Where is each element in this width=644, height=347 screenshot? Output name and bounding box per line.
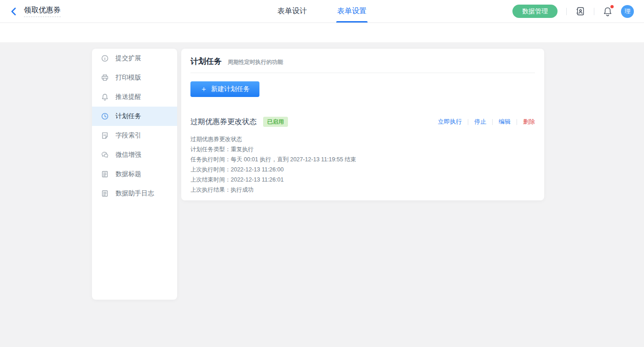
bell-icon [101,93,109,101]
task-status-badge: 已启用 [263,117,288,127]
top-header: 领取优惠券 表单设计 表单设置 数据管理 理 [0,0,644,23]
notification-bell-icon[interactable] [603,6,612,17]
printer-icon [101,74,109,81]
sidebar-item-label: 数据标题 [115,170,141,178]
form-title[interactable]: 领取优惠券 [24,6,61,17]
content-area: 提交扩展 打印模版 推送提醒 [0,42,644,347]
plus-icon: ＋ [200,85,207,93]
sidebar-item-wechat-enhance[interactable]: 微信增强 [92,145,177,165]
sidebar-item-data-assistant-log[interactable]: 数据助手日志 [92,184,177,203]
panel-title: 计划任务 [190,56,222,67]
action-divider [492,119,493,125]
action-divider [468,119,468,125]
new-task-button-label: 新建计划任务 [211,85,250,93]
sidebar-item-label: 微信增强 [115,151,141,159]
subheader-strip [0,23,644,42]
sidebar-item-print-template[interactable]: 打印模版 [92,68,177,87]
list-icon [101,171,109,178]
scheduled-tasks-panel: 计划任务 周期性定时执行的功能 ＋ 新建计划任务 过期优惠券更改状态 已启用 立… [181,49,544,200]
task-type: 计划任务类型：重复执行 [190,144,535,154]
wechat-icon [101,151,109,159]
back-button[interactable] [10,7,17,16]
task-details: 过期优惠券更改状态 计划任务类型：重复执行 任务执行时间：每天 00:01 执行… [190,134,535,195]
log-icon [101,190,109,197]
last-end-time: 上次结束时间：2022-12-13 11:26:01 [190,175,535,185]
panel-subtitle: 周期性定时执行的功能 [228,58,283,66]
sidebar-item-label: 打印模版 [115,74,141,82]
sidebar-item-label: 推送提醒 [115,93,141,101]
task-schedule: 任务执行时间：每天 00:01 执行，直到 2027-12-13 11:19:5… [190,154,535,165]
action-divider [517,119,517,125]
panel-divider [190,73,535,73]
sidebar-item-label: 计划任务 [115,112,141,120]
sidebar-item-submit-extension[interactable]: 提交扩展 [92,49,177,68]
last-run-time: 上次执行时间：2022-12-13 11:26:00 [190,165,535,175]
last-run-result: 上次执行结果：执行成功 [190,185,535,195]
sidebar-item-scheduled-tasks[interactable]: 计划任务 [92,107,177,126]
sidebar-item-label: 字段索引 [115,131,141,140]
clock-icon [101,113,109,120]
data-manage-button[interactable]: 数据管理 [512,5,558,18]
delete-link[interactable]: 删除 [523,118,535,126]
back-chevron-icon [10,7,17,16]
stop-link[interactable]: 停止 [474,118,486,126]
task-actions: 立即执行 停止 编辑 删除 [438,118,535,126]
notification-badge-dot [610,5,614,8]
sidebar-item-field-index[interactable]: 字段索引 [92,126,177,145]
info-icon [101,55,109,62]
sidebar-item-push-reminder[interactable]: 推送提醒 [92,87,177,107]
sidebar-item-label: 数据助手日志 [115,189,154,198]
sidebar-item-label: 提交扩展 [115,54,141,63]
center-tabs: 表单设计 表单设置 [276,0,368,23]
new-scheduled-task-button[interactable]: ＋ 新建计划任务 [190,81,259,97]
contacts-book-icon[interactable] [575,6,585,16]
task-item: 过期优惠券更改状态 已启用 立即执行 停止 编辑 删除 过期优惠券更改状态 计划… [190,117,535,195]
settings-sidebar: 提交扩展 打印模版 推送提醒 [92,49,177,300]
task-description: 过期优惠券更改状态 [190,134,535,144]
sidebar-item-data-title[interactable]: 数据标题 [92,165,177,184]
task-name: 过期优惠券更改状态 [190,117,257,127]
header-divider [566,8,567,15]
tab-form-design[interactable]: 表单设计 [276,0,308,23]
tab-form-settings[interactable]: 表单设置 [336,0,368,23]
edit-link[interactable]: 编辑 [499,118,511,126]
run-now-link[interactable]: 立即执行 [438,118,462,126]
user-avatar[interactable]: 理 [621,5,634,18]
header-divider [594,8,594,15]
file-icon [101,132,109,139]
